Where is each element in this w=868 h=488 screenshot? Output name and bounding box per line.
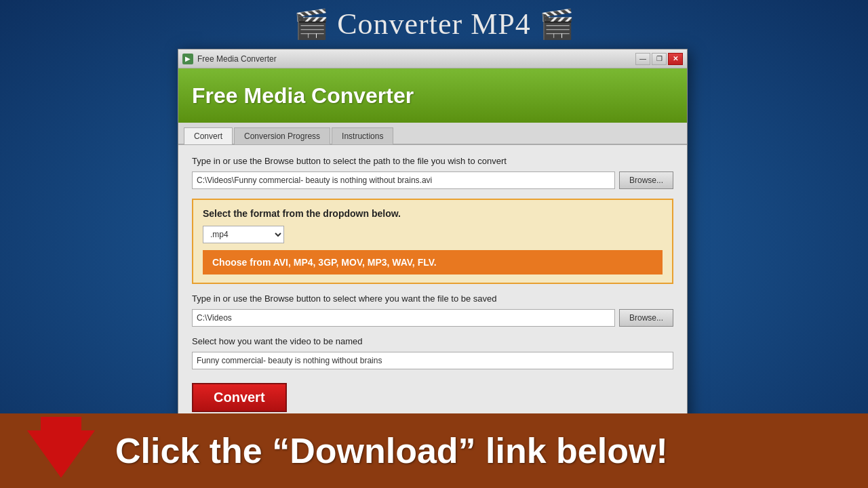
- format-hint: Choose from AVI, MP4, 3GP, MOV, MP3, WAV…: [203, 250, 663, 274]
- filename-row: [192, 352, 673, 369]
- source-file-label: Type in or use the Browse button to sele…: [192, 156, 673, 166]
- film-icon-left: 🎬: [294, 7, 329, 41]
- top-title-bar: 🎬 Converter MP4 🎬: [0, 0, 868, 47]
- restore-button[interactable]: ❐: [652, 53, 667, 65]
- app-title: Converter MP4: [337, 7, 531, 41]
- format-box-title: Select the format from the dropdown belo…: [203, 208, 663, 219]
- main-content: Type in or use the Browse button to sele…: [178, 145, 687, 423]
- titlebar: ▶ Free Media Converter — ❐ ✕: [178, 49, 687, 68]
- app-header-title: Free Media Converter: [192, 83, 414, 108]
- format-box: Select the format from the dropdown belo…: [192, 199, 673, 284]
- close-button[interactable]: ✕: [668, 53, 683, 65]
- window-controls: — ❐ ✕: [635, 53, 683, 65]
- banner-text: Click the “Download” link below!: [115, 430, 668, 471]
- download-arrow-icon: [27, 430, 95, 478]
- tab-instructions[interactable]: Instructions: [332, 127, 393, 144]
- output-path-label: Type in or use the Browse button to sele…: [192, 293, 673, 304]
- app-header: Free Media Converter: [178, 68, 687, 123]
- minimize-button[interactable]: —: [635, 53, 650, 65]
- tab-bar: Convert Conversion Progress Instructions: [178, 123, 687, 145]
- film-icon-right: 🎬: [539, 7, 574, 41]
- titlebar-title: Free Media Converter: [197, 54, 631, 64]
- output-path-input[interactable]: [192, 309, 615, 327]
- source-file-input[interactable]: [192, 171, 615, 189]
- filename-label: Select how you want the video to be name…: [192, 336, 673, 346]
- format-dropdown[interactable]: .mp4 .avi .3gp .mov .mp3 .wav .flv: [203, 226, 284, 243]
- app-window: ▶ Free Media Converter — ❐ ✕ Free Media …: [178, 49, 688, 424]
- bottom-banner: Click the “Download” link below!: [0, 413, 868, 488]
- convert-button[interactable]: Convert: [192, 383, 287, 412]
- output-path-row: Browse...: [192, 309, 673, 327]
- source-file-row: Browse...: [192, 171, 673, 189]
- output-browse-button[interactable]: Browse...: [619, 309, 673, 327]
- filename-input[interactable]: [192, 352, 673, 369]
- source-browse-button[interactable]: Browse...: [619, 171, 673, 189]
- app-icon: ▶: [182, 54, 193, 64]
- tab-conversion-progress[interactable]: Conversion Progress: [234, 127, 330, 144]
- tab-convert[interactable]: Convert: [184, 127, 233, 144]
